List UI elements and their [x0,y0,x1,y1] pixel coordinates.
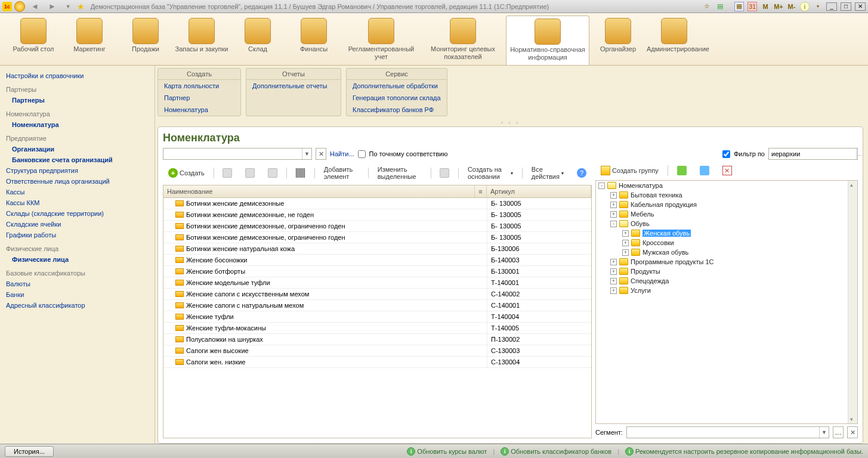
section-tab[interactable]: Запасы и закупки [174,16,229,65]
filter-input[interactable] [769,148,856,159]
section-tab[interactable]: Рабочий стол [6,16,61,65]
status-link-backup[interactable]: iРекомендуется настроить резервное копир… [625,447,863,456]
command-link[interactable]: Дополнительные отчеты [246,80,341,92]
tree-toggle-icon[interactable]: + [610,211,617,218]
col-header-name[interactable]: Наименование [163,185,475,197]
table-row[interactable]: Ботинки женские натуральная кожаБ-130006 [163,243,591,255]
section-tab[interactable]: Финансы [286,16,341,65]
tree-toggle-icon[interactable]: - [598,182,605,189]
find-button[interactable]: Найти... [330,150,354,157]
table-row[interactable]: Женские ботфортыБ-130001 [163,266,591,277]
sort-indicator-icon[interactable]: ≡ [475,185,487,197]
tree-toggle-icon[interactable]: + [610,278,617,284]
sidebar-link[interactable]: Ответственные лица организаций [6,176,149,187]
tree-node[interactable]: +Женская обувь [596,228,848,238]
tree-node[interactable]: +Мебель [596,209,848,219]
sidebar-link[interactable]: Валюты [6,278,149,289]
nav-back[interactable]: ◄ [27,2,42,11]
command-link[interactable]: Дополнительные обработки [347,80,447,92]
add-element-button[interactable]: Добавить элемент [319,163,365,182]
table-row[interactable]: Полусапожки на шнуркахП-130002 [163,334,591,345]
section-tab[interactable]: Администрирование [647,16,702,65]
tree-toggle-icon[interactable]: + [610,287,617,294]
section-tab[interactable]: Маркетинг [62,16,117,65]
command-link[interactable]: Генерация топологии склада [347,92,447,104]
fav-add-icon[interactable]: ☆ [702,2,712,11]
sidebar-link[interactable]: Банковские счета организаций [6,154,149,165]
search-combo[interactable]: ▼ [163,148,312,160]
nav-dropdown[interactable]: ▼ [62,4,75,10]
minimize-button[interactable]: _ [826,2,837,11]
sidebar-link[interactable]: Кассы ККМ [6,197,149,208]
section-tab[interactable]: Склад [230,16,285,65]
segment-input[interactable] [627,427,819,438]
tree-node[interactable]: +Спецодежда [596,276,848,286]
sidebar-link[interactable]: Организации [6,144,149,154]
favorites-icon[interactable]: ★ [77,2,85,11]
tree-toggle-icon[interactable]: + [610,259,617,265]
table-row[interactable]: Женские туфлиТ-140004 [163,311,591,323]
sidebar-link[interactable]: Кассы [6,187,149,197]
tree-node[interactable]: +Услуги [596,286,848,295]
sidebar-link[interactable]: Складские ячейки [6,219,149,230]
sidebar-link[interactable]: Банки [6,289,149,300]
refresh-button[interactable] [694,163,715,178]
section-tab[interactable]: Мониторинг целевых показателей [421,16,505,65]
section-tab[interactable]: Нормативно-справочная информация [506,16,589,65]
table-row[interactable]: Женские босоножкиБ-140003 [163,255,591,266]
segment-clear-button[interactable]: ✕ [847,426,858,438]
main-menu-button[interactable] [14,1,25,12]
calendar-icon[interactable]: 31 [747,2,757,11]
tree-toggle-icon[interactable]: + [622,230,629,237]
tree-toggle-icon[interactable]: + [610,202,617,208]
section-tab[interactable]: Продажи [118,16,173,65]
table-row[interactable]: Женские сапоги с искусственным мехомС-14… [163,289,591,300]
sidebar-link[interactable]: Партнеры [6,95,149,106]
barcode-button[interactable] [291,166,311,180]
edit-group-button[interactable] [672,163,692,178]
tree-toggle-icon[interactable]: - [610,221,617,227]
delete-group-button[interactable]: ✕ [717,163,737,178]
m-minus-button[interactable]: M- [787,2,796,11]
info-icon[interactable]: i [800,2,810,11]
segment-combo[interactable]: ▼ [626,426,829,438]
table-row[interactable]: Ботинки женские демисезонныеБ- 130005 [163,198,591,209]
command-link[interactable]: Классификатор банков РФ [347,104,447,116]
close-button[interactable]: ✕ [855,2,866,11]
filter-by-checkbox[interactable] [722,150,730,158]
command-link[interactable]: Карта лояльности [158,80,240,92]
list-icon-button[interactable] [434,166,455,180]
command-link[interactable]: Номенклатура [158,104,240,116]
filter-ellipsis-icon[interactable]: … [856,148,862,159]
sidebar-link[interactable]: Графики работы [6,230,149,240]
tree-node[interactable]: +Программные продукты 1С [596,257,848,267]
table-row[interactable]: Сапоги жен высокиеС-130003 [163,345,591,357]
status-link-rates[interactable]: iОбновить курсы валют [407,447,487,456]
m-button[interactable]: M [761,2,770,11]
create-based-button[interactable]: Создать на основании ▾ [462,163,518,182]
tree-node[interactable]: +Мужская обувь [596,247,848,257]
delete-button[interactable] [262,166,283,180]
segment-dropdown-icon[interactable]: ▼ [819,427,829,438]
table-row[interactable]: Сапоги жен. низкиеС-130004 [163,357,591,368]
edit-selected-button[interactable]: Изменить выделенные [372,163,427,182]
sidebar-link[interactable]: Физические лица [6,254,149,265]
filter-field[interactable]: … [768,148,858,160]
sidebar-link[interactable]: Структура предприятия [6,165,149,176]
table-row[interactable]: Ботинки женские демисезонные, ограниченн… [163,221,591,232]
table-row[interactable]: Ботинки женские демисезонные, ограниченн… [163,232,591,243]
status-link-banks[interactable]: iОбновить классификатор банков [501,447,611,456]
table-row[interactable]: Женские сапоги с натуральным мехомС-1400… [163,300,591,311]
col-header-article[interactable]: Артикул [487,185,591,197]
edit-button[interactable] [240,166,260,180]
tree-node[interactable]: +Бытовая техника [596,190,848,200]
sidebar-link[interactable]: Номенклатура [6,119,149,130]
notes-icon[interactable]: ▤ [715,2,725,11]
maximize-button[interactable]: □ [841,2,851,11]
tree-node[interactable]: -Номенклатура [596,181,848,190]
segment-ellipsis-button[interactable]: … [833,426,844,438]
sidebar-settings-link[interactable]: Настройки и справочники [6,70,149,81]
calc-icon[interactable]: ▦ [734,2,744,11]
command-link[interactable]: Партнер [158,92,240,104]
table-row[interactable]: Женские туфли-мокасиныТ-140005 [163,323,591,334]
